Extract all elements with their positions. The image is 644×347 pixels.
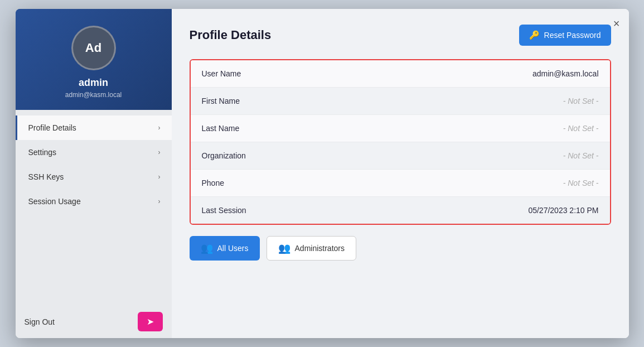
page-title: Profile Details [190, 28, 272, 42]
field-label-lastname: Last Name [202, 124, 240, 133]
sidebar-nav: Profile Details › Settings › SSH Keys › … [16, 110, 172, 305]
field-value-phone: - Not Set - [563, 179, 599, 187]
sidebar-footer: Sign Out ➤ [16, 305, 172, 338]
sidebar-item-profile-details[interactable]: Profile Details › [16, 115, 172, 140]
sidebar-item-session-usage[interactable]: Session Usage › [16, 189, 172, 214]
key-icon: 🔑 [529, 30, 540, 40]
field-label-phone: Phone [202, 179, 224, 187]
field-value-organization: - Not Set - [563, 151, 599, 160]
profile-row-firstname: First Name - Not Set - [191, 88, 610, 115]
profile-table: User Name admin@kasm.local First Name - … [190, 59, 611, 225]
field-value-lastname: - Not Set - [563, 124, 599, 133]
reset-password-button[interactable]: 🔑 Reset Password [519, 25, 611, 46]
sidebar-item-settings[interactable]: Settings › [16, 140, 172, 165]
field-label-firstname: First Name [202, 97, 240, 105]
chevron-right-icon: › [158, 124, 161, 132]
all-users-icon: 👥 [201, 242, 213, 254]
profile-row-phone: Phone - Not Set - [191, 170, 610, 197]
sidebar: Ad admin admin@kasm.local Profile Detail… [16, 9, 172, 338]
chevron-right-icon: › [158, 197, 161, 205]
profile-row-username: User Name admin@kasm.local [191, 60, 610, 88]
administrators-icon: 👥 [278, 242, 290, 254]
field-label-organization: Organization [202, 151, 246, 160]
content-header: Profile Details 🔑 Reset Password [190, 25, 611, 46]
close-button[interactable]: × [613, 18, 620, 29]
profile-row-last-session: Last Session 05/27/2023 2:10 PM [191, 197, 610, 224]
sign-out-label: Sign Out [25, 317, 55, 326]
avatar: Ad [71, 26, 116, 70]
bottom-actions: 👥 All Users 👥 Administrators [190, 236, 611, 261]
sign-out-icon: ➤ [147, 316, 154, 327]
field-label-last-session: Last Session [202, 206, 246, 215]
sidebar-top: Ad admin admin@kasm.local [16, 9, 172, 110]
main-content: × Profile Details 🔑 Reset Password User … [172, 9, 629, 338]
sidebar-email: admin@kasm.local [65, 91, 122, 99]
modal-container: Ad admin admin@kasm.local Profile Detail… [16, 9, 629, 338]
administrators-button[interactable]: 👥 Administrators [267, 236, 356, 261]
chevron-right-icon: › [158, 148, 161, 156]
sidebar-item-ssh-keys[interactable]: SSH Keys › [16, 165, 172, 189]
sign-out-button[interactable]: ➤ [138, 312, 163, 331]
chevron-right-icon: › [158, 173, 161, 181]
sidebar-username: admin [79, 77, 108, 89]
field-value-firstname: - Not Set - [563, 97, 599, 105]
profile-row-lastname: Last Name - Not Set - [191, 115, 610, 142]
field-value-username: admin@kasm.local [532, 69, 598, 78]
all-users-button[interactable]: 👥 All Users [190, 236, 260, 261]
field-value-last-session: 05/27/2023 2:10 PM [528, 206, 598, 215]
profile-row-organization: Organization - Not Set - [191, 142, 610, 170]
field-label-username: User Name [202, 69, 241, 78]
